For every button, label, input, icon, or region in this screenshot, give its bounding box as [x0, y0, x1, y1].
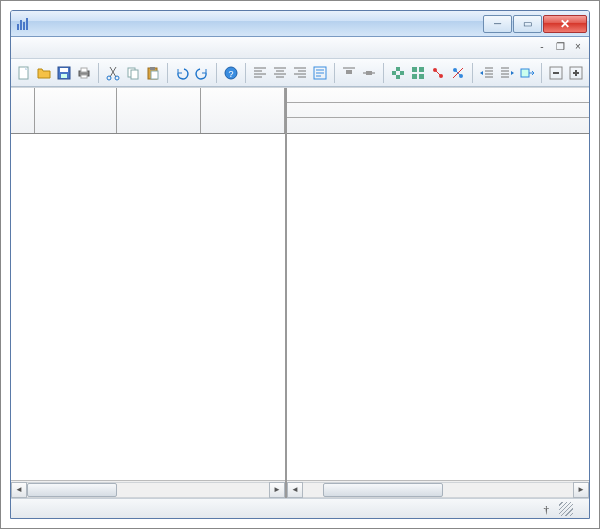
svg-rect-2	[60, 68, 68, 72]
scroll-thumb[interactable]	[323, 483, 443, 497]
align-middle-button[interactable]	[360, 62, 378, 84]
task-grid-pane: ◄ ►	[11, 88, 287, 498]
header-task[interactable]	[35, 88, 117, 133]
statusbar: †	[11, 498, 589, 518]
help-button[interactable]: ?	[222, 62, 240, 84]
cut-button[interactable]	[104, 62, 122, 84]
open-button[interactable]	[35, 62, 53, 84]
menu-view[interactable]	[59, 46, 77, 50]
scroll-left-icon[interactable]: ◄	[287, 482, 303, 498]
goto-button[interactable]	[518, 62, 536, 84]
menu-edit[interactable]	[41, 46, 59, 50]
svg-point-8	[115, 76, 119, 80]
new-button[interactable]	[15, 62, 33, 84]
scroll-right-icon[interactable]: ►	[573, 482, 589, 498]
maximize-button[interactable]: ▭	[513, 15, 542, 33]
scroll-right-icon[interactable]: ►	[269, 482, 285, 498]
menubar: - ❐ ×	[11, 37, 589, 59]
svg-rect-10	[131, 70, 138, 79]
link-button[interactable]	[429, 62, 447, 84]
gantt-body[interactable]	[287, 134, 589, 480]
svg-rect-23	[412, 67, 417, 72]
toolbar: ?	[11, 59, 589, 87]
workspace: ◄ ► ◄ ►	[11, 87, 589, 498]
app-window: ─ ▭ ✕ - ❐ × ?	[10, 10, 590, 519]
grid-body[interactable]	[11, 134, 285, 480]
gantt-pane: ◄ ►	[287, 88, 589, 498]
scroll-thumb[interactable]	[27, 483, 117, 497]
menu-tools[interactable]	[95, 46, 113, 50]
header-num[interactable]	[11, 88, 35, 133]
caps-indicator-icon: †	[544, 503, 550, 515]
svg-rect-24	[419, 67, 424, 72]
svg-rect-18	[366, 71, 372, 75]
header-start[interactable]	[117, 88, 201, 133]
svg-rect-26	[419, 74, 424, 79]
menu-format[interactable]	[77, 46, 95, 50]
svg-rect-21	[400, 71, 404, 75]
svg-text:?: ?	[229, 69, 234, 79]
expand-button[interactable]	[567, 62, 585, 84]
copy-button[interactable]	[124, 62, 142, 84]
scroll-left-icon[interactable]: ◄	[11, 482, 27, 498]
align-right-button[interactable]	[291, 62, 309, 84]
gantt-hscroll[interactable]: ◄ ►	[287, 480, 589, 498]
grid-hscroll[interactable]: ◄ ►	[11, 480, 285, 498]
svg-rect-20	[392, 71, 396, 75]
mdi-restore-button[interactable]: ❐	[553, 39, 567, 53]
svg-point-7	[107, 76, 111, 80]
app-icon	[17, 18, 33, 30]
svg-rect-5	[81, 68, 87, 72]
align-left-button[interactable]	[251, 62, 269, 84]
unlink-button[interactable]	[449, 62, 467, 84]
indent-button[interactable]	[498, 62, 516, 84]
redo-button[interactable]	[193, 62, 211, 84]
save-button[interactable]	[55, 62, 73, 84]
svg-rect-31	[521, 69, 529, 77]
paste-button[interactable]	[144, 62, 162, 84]
svg-rect-22	[396, 75, 400, 79]
svg-rect-6	[81, 75, 87, 78]
align-center-button[interactable]	[271, 62, 289, 84]
header-duration[interactable]	[201, 88, 285, 133]
resize-grip-icon[interactable]	[559, 502, 573, 516]
zoom-out-button[interactable]	[409, 62, 427, 84]
svg-rect-25	[412, 74, 417, 79]
svg-rect-19	[396, 67, 400, 71]
undo-button[interactable]	[173, 62, 191, 84]
wrap-button[interactable]	[311, 62, 329, 84]
mdi-close-button[interactable]: ×	[571, 39, 585, 53]
minimize-button[interactable]: ─	[483, 15, 512, 33]
menu-help[interactable]	[131, 46, 149, 50]
titlebar[interactable]: ─ ▭ ✕	[11, 11, 589, 37]
outdent-button[interactable]	[478, 62, 496, 84]
zoom-in-button[interactable]	[389, 62, 407, 84]
grid-header	[11, 88, 285, 134]
menu-window[interactable]	[113, 46, 131, 50]
svg-rect-3	[61, 74, 67, 78]
svg-rect-17	[346, 70, 352, 74]
print-button[interactable]	[75, 62, 93, 84]
mdi-minimize-button[interactable]: -	[535, 39, 549, 53]
menu-file[interactable]	[23, 46, 41, 50]
gantt-header	[287, 88, 589, 134]
close-button[interactable]: ✕	[543, 15, 587, 33]
collapse-button[interactable]	[547, 62, 565, 84]
svg-rect-12	[150, 67, 155, 70]
svg-rect-13	[151, 71, 158, 79]
align-top-button[interactable]	[340, 62, 358, 84]
